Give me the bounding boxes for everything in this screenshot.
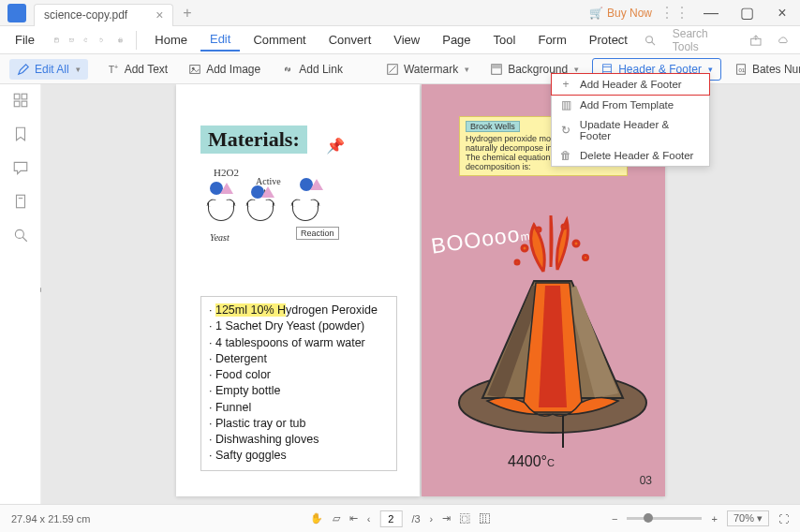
menubar: File Home Edit Comment Convert View Page… bbox=[0, 26, 800, 54]
menu-tool[interactable]: Tool bbox=[484, 29, 526, 51]
menu-page[interactable]: Page bbox=[433, 29, 480, 51]
watermark-button[interactable]: Watermark▾ bbox=[378, 59, 477, 80]
last-page-button[interactable]: ⇥ bbox=[442, 512, 451, 525]
volcano-illustration bbox=[431, 215, 656, 450]
maximize-button[interactable]: ▢ bbox=[733, 2, 761, 24]
app-icon bbox=[7, 4, 26, 22]
page-nav: ✋ ▱ ⇤ ‹ /3 › ⇥ ⿴ ⿲ bbox=[310, 510, 491, 527]
menu-protect[interactable]: Protect bbox=[580, 29, 637, 51]
dd-label: Add From Template bbox=[580, 99, 674, 111]
close-window-button[interactable]: × bbox=[768, 2, 796, 24]
list-item: Food color bbox=[209, 367, 389, 383]
svg-text:01: 01 bbox=[738, 66, 745, 72]
image-icon bbox=[188, 63, 201, 76]
svg-text:+: + bbox=[114, 64, 118, 70]
fullscreen-icon[interactable]: ⛶ bbox=[778, 513, 789, 525]
delete-header-footer-item[interactable]: 🗑 Delete Header & Footer bbox=[552, 145, 709, 166]
svg-line-29 bbox=[22, 237, 27, 242]
undo-icon[interactable] bbox=[83, 32, 88, 49]
attachment-icon[interactable] bbox=[12, 193, 29, 210]
edit-all-button[interactable]: Edit All▾ bbox=[9, 59, 88, 80]
buy-now-label: Buy Now bbox=[607, 7, 652, 20]
svg-point-32 bbox=[573, 241, 579, 246]
add-text-label: Add Text bbox=[125, 63, 168, 76]
trash-icon: 🗑 bbox=[559, 149, 572, 162]
document-tab[interactable]: science-copy.pdf × bbox=[34, 4, 173, 26]
list-item: Funnel bbox=[209, 400, 389, 416]
svg-point-28 bbox=[15, 229, 23, 238]
menu-view[interactable]: View bbox=[384, 29, 429, 51]
yeast-shape bbox=[208, 202, 234, 221]
new-tab-button[interactable]: + bbox=[183, 5, 191, 22]
close-tab-icon[interactable]: × bbox=[156, 7, 163, 22]
page-1: Materials: 📌 H2O2 Active Site Yeast Reac… bbox=[176, 84, 420, 496]
yeast-shape bbox=[247, 202, 274, 221]
add-from-template-item[interactable]: ▥ Add From Template bbox=[552, 95, 709, 115]
list-item: Dishwashing gloves bbox=[209, 432, 389, 448]
menu-form[interactable]: Form bbox=[528, 29, 575, 51]
dd-label: Add Header & Footer bbox=[580, 79, 682, 90]
zoom-out-button[interactable]: − bbox=[612, 513, 617, 525]
svg-rect-16 bbox=[492, 64, 502, 67]
hand-tool-icon[interactable]: ✋ bbox=[310, 512, 323, 525]
bates-number-button[interactable]: 01 Bates Number▾ bbox=[727, 59, 800, 80]
add-image-button[interactable]: Add Image bbox=[181, 59, 268, 80]
menu-edit[interactable]: Edit bbox=[200, 28, 240, 52]
help-icon[interactable]: ⋮⋮ bbox=[659, 4, 689, 22]
save-icon[interactable] bbox=[54, 32, 59, 49]
zoom-level[interactable]: 70% ▾ bbox=[727, 510, 769, 526]
list-item: 1 Sachet Dry Yeast (powder) bbox=[209, 318, 389, 334]
buy-now-link[interactable]: 🛒 Buy Now bbox=[589, 7, 652, 20]
header-footer-dropdown: + Add Header & Footer ▥ Add From Templat… bbox=[551, 73, 710, 167]
template-icon: ▥ bbox=[559, 98, 572, 111]
fit-page-icon[interactable]: ⿴ bbox=[460, 513, 470, 525]
watermark-label: Watermark bbox=[404, 63, 458, 76]
add-text-button[interactable]: T+ Add Text bbox=[99, 59, 175, 80]
search-tools-placeholder[interactable]: Search Tools bbox=[673, 27, 722, 53]
add-header-footer-item[interactable]: + Add Header & Footer bbox=[551, 73, 710, 96]
print-icon[interactable] bbox=[118, 32, 123, 49]
plus-icon: + bbox=[559, 78, 572, 91]
search-icon[interactable] bbox=[644, 32, 657, 49]
first-page-button[interactable]: ⇤ bbox=[349, 512, 358, 525]
add-link-button[interactable]: Add Link bbox=[274, 59, 350, 80]
share-icon[interactable] bbox=[749, 32, 763, 49]
add-link-label: Add Link bbox=[299, 63, 343, 76]
svg-rect-23 bbox=[22, 94, 27, 99]
zoom-thumb[interactable] bbox=[644, 513, 653, 523]
menu-home[interactable]: Home bbox=[145, 29, 197, 51]
pushpin-icon[interactable]: 📌 bbox=[326, 137, 345, 155]
comment-icon[interactable] bbox=[12, 159, 29, 176]
zoom-in-button[interactable]: + bbox=[711, 513, 717, 525]
minimize-button[interactable]: — bbox=[697, 2, 725, 24]
text-icon: T+ bbox=[107, 63, 120, 76]
current-page-input[interactable] bbox=[379, 510, 402, 527]
menu-comment[interactable]: Comment bbox=[244, 29, 315, 51]
prev-page-button[interactable]: ‹ bbox=[367, 513, 371, 525]
select-tool-icon[interactable]: ▱ bbox=[333, 512, 340, 525]
redo-icon[interactable] bbox=[98, 32, 103, 49]
next-page-button[interactable]: › bbox=[430, 513, 434, 525]
thumbnails-icon[interactable] bbox=[12, 92, 29, 109]
svg-rect-24 bbox=[14, 101, 20, 107]
mail-icon[interactable] bbox=[69, 32, 74, 49]
zoom-slider[interactable] bbox=[627, 517, 702, 520]
fit-width-icon[interactable]: ⿲ bbox=[480, 513, 490, 525]
cart-icon: 🛒 bbox=[589, 7, 603, 20]
dd-label: Delete Header & Footer bbox=[580, 150, 693, 161]
background-icon bbox=[490, 63, 503, 76]
svg-line-14 bbox=[389, 66, 395, 72]
svg-point-31 bbox=[522, 245, 527, 251]
cloud-icon[interactable] bbox=[777, 32, 790, 49]
refresh-icon: ↻ bbox=[559, 124, 572, 137]
update-header-footer-item[interactable]: ↻ Upadate Header & Footer bbox=[552, 115, 709, 145]
file-menu[interactable]: File bbox=[7, 33, 42, 47]
menu-convert[interactable]: Convert bbox=[319, 29, 381, 51]
list-item: Empty bottle bbox=[209, 383, 389, 399]
page-number: 03 bbox=[640, 474, 652, 487]
list-item: Plastic tray or tub bbox=[209, 416, 389, 432]
list-item: 125ml 10% Hydrogen Peroxide bbox=[209, 303, 389, 318]
page-total: /3 bbox=[411, 513, 420, 525]
search-panel-icon[interactable] bbox=[12, 227, 29, 244]
bookmark-icon[interactable] bbox=[12, 126, 29, 142]
